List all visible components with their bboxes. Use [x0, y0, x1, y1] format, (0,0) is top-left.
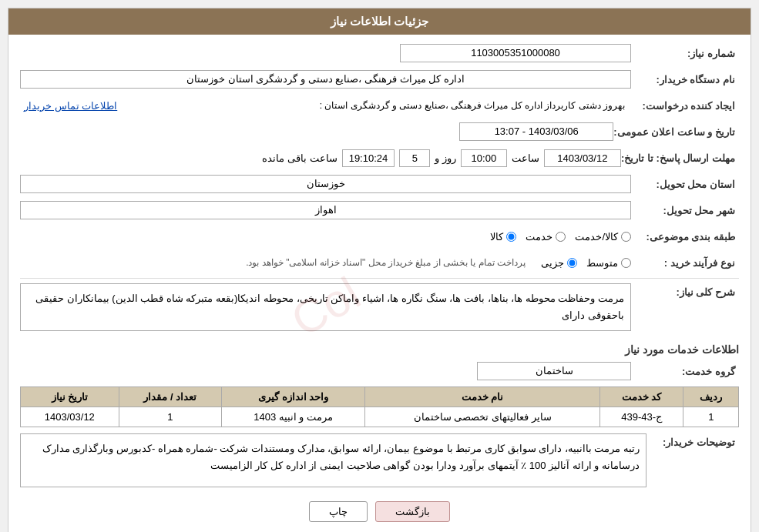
buyer-name-label: نام دستگاه خریدار: [631, 74, 739, 85]
col-header-date: تاریخ نیاز [21, 387, 119, 407]
deadline-time: 10:00 [461, 149, 507, 167]
purchase-type-radio-group: متوسط جزیی [541, 257, 631, 269]
province-label: استان محل تحویل: [631, 179, 739, 190]
cell-date: 1403/03/12 [21, 407, 119, 427]
page-title: جزئیات اطلاعات نیاز [8, 8, 751, 35]
category-radio-group: کالا/خدمت خدمت کالا [490, 231, 631, 243]
button-row: بازگشت چاپ [20, 501, 739, 530]
purchase-note: پرداخت تمام یا بخشی از مبلغ خریداز محل "… [20, 257, 526, 268]
cell-name: سایر فعالیتهای تخصصی ساختمان [365, 407, 600, 427]
description-title: شرح کلی نیاز: [631, 283, 739, 298]
request-number-label: شماره نیاز: [631, 48, 739, 59]
deadline-days: 5 [399, 149, 430, 167]
col-header-row: ردیف [683, 387, 739, 407]
service-group-label: گروه خدمت: [631, 366, 739, 377]
announce-datetime-label: تاریخ و ساعت اعلان عمومی: [613, 126, 739, 138]
category-khadamat-label: خدمت [526, 231, 552, 243]
service-info-title: اطلاعات خدمات مورد نیاز [20, 343, 739, 356]
col-header-name: نام خدمت [365, 387, 600, 407]
cell-unit: مرمت و انبیه 1403 [222, 407, 365, 427]
services-table: ردیف کد خدمت نام خدمت واحد اندازه گیری ت… [20, 386, 739, 427]
col-header-code: کد خدمت [599, 387, 683, 407]
description-value: مرمت وحفاظت محوطه ها، بناها، بافت ها، سن… [35, 293, 624, 321]
deadline-label: مهلت ارسال پاسخ: تا تاریخ: [621, 152, 739, 164]
purchase-motevaset-label: متوسط [586, 257, 618, 269]
purchase-type-label: نوع فرآیند خرید : [631, 257, 739, 269]
category-kala-khadamat-radio[interactable] [621, 232, 631, 242]
category-kala-label: کالا [490, 231, 503, 243]
purchase-motevaset-radio[interactable] [621, 258, 631, 268]
contact-link[interactable]: اطلاعات تماس خریدار [20, 98, 121, 114]
announce-datetime-value: 1403/03/06 - 13:07 [459, 122, 613, 141]
purchase-jozii-label: جزیی [541, 257, 564, 269]
creator-value: بهروز دشتی کاربرداز اداره کل میراث فرهنگ… [121, 98, 631, 113]
buyer-name-value: اداره کل میراث فرهنگی ،صنایع دستی و گردش… [20, 70, 631, 89]
deadline-date: 1403/03/12 [544, 149, 621, 167]
purchase-jozii-radio[interactable] [567, 258, 577, 268]
deadline-day-label: روز و [435, 152, 456, 164]
deadline-remain-value: 19:10:24 [342, 149, 395, 167]
category-label: طبقه بندی موضوعی: [631, 231, 739, 243]
cell-code: ج-43-439 [599, 407, 683, 427]
deadline-time-label: ساعت [512, 152, 539, 164]
print-button[interactable]: چاپ [309, 501, 368, 522]
back-button[interactable]: بازگشت [375, 501, 450, 522]
city-label: شهر محل تحویل: [631, 205, 739, 216]
service-group-value: ساختمان [477, 362, 631, 380]
province-value: خوزستان [20, 175, 631, 193]
table-row: 1 ج-43-439 سایر فعالیتهای تخصصی ساختمان … [21, 407, 739, 427]
description-box: Col مرمت وحفاظت محوطه ها، بناها، بافت ها… [20, 283, 631, 331]
buyer-notes-value: رتبه مرمت باانبیه، دارای سوابق کاری مرتب… [20, 433, 646, 487]
category-kala-radio[interactable] [506, 232, 516, 242]
category-kala-khadamat-label: کالا/خدمت [575, 231, 618, 243]
cell-quantity: 1 [119, 407, 221, 427]
cell-row: 1 [683, 407, 739, 427]
category-khadamat-radio[interactable] [556, 232, 566, 242]
col-header-quantity: تعداد / مقدار [119, 387, 221, 407]
col-header-unit: واحد اندازه گیری [222, 387, 365, 407]
buyer-notes-label: توضیحات خریدار: [646, 433, 739, 448]
request-number-value: 1103005351000080 [400, 44, 631, 62]
creator-label: ایجاد کننده درخواست: [631, 100, 739, 112]
deadline-remain-label: ساعت باقی مانده [262, 152, 337, 164]
city-value: اهواز [20, 201, 631, 219]
